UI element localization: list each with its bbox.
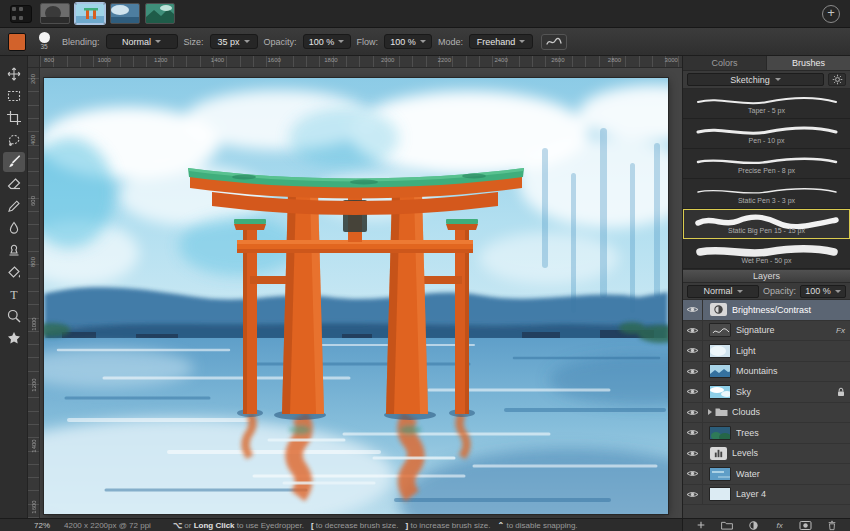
eraser-tool[interactable] bbox=[3, 174, 25, 194]
document-info: 4200 x 2200px @ 72 ppi bbox=[64, 521, 151, 530]
brush-item[interactable]: Pen - 10 px bbox=[683, 119, 850, 149]
eye-icon bbox=[686, 326, 699, 335]
brush-item[interactable]: Wet Pen - 50 px bbox=[683, 239, 850, 269]
move-icon bbox=[6, 66, 22, 82]
brush-item[interactable]: Precise Pen - 8 px bbox=[683, 149, 850, 179]
horizontal-ruler: 8001000120014001600180020002200240026002… bbox=[40, 56, 682, 68]
status-bar: 72% 4200 x 2200px @ 72 ppi ⌥ or Long Cli… bbox=[0, 518, 850, 531]
add-adjustment-button[interactable] bbox=[745, 519, 761, 531]
flood-fill-tool[interactable] bbox=[3, 262, 25, 282]
tab-brushes[interactable]: Brushes bbox=[767, 56, 850, 70]
context-toolbar: 35 Blending: Normal Size: 35 px Opacity:… bbox=[0, 28, 850, 56]
layer-opacity-field[interactable]: 100 % bbox=[800, 285, 846, 298]
clone-stamp-tool[interactable] bbox=[3, 240, 25, 260]
smudge-drop-icon bbox=[6, 220, 22, 236]
add-layer-button[interactable] bbox=[693, 519, 709, 531]
chevron-down-icon bbox=[775, 78, 781, 81]
canvas-painting[interactable] bbox=[44, 78, 668, 514]
brush-item[interactable]: Taper - 5 px bbox=[683, 89, 850, 119]
layer-row[interactable]: Mountains bbox=[683, 362, 850, 383]
chevron-down-icon bbox=[835, 290, 841, 293]
layer-row[interactable]: Levels bbox=[683, 444, 850, 465]
opacity-dropdown[interactable]: 100 % bbox=[303, 34, 351, 49]
brush-tip-preview[interactable]: 35 bbox=[32, 32, 56, 51]
eraser-icon bbox=[6, 176, 22, 192]
text-tool[interactable]: T bbox=[3, 284, 25, 304]
flow-dropdown[interactable]: 100 % bbox=[384, 34, 432, 49]
foreground-color-swatch[interactable] bbox=[8, 33, 26, 51]
chevron-down-icon bbox=[155, 40, 161, 43]
layer-visibility-toggle[interactable] bbox=[683, 464, 703, 484]
layer-visibility-toggle[interactable] bbox=[683, 321, 703, 341]
blending-dropdown[interactable]: Normal bbox=[106, 34, 178, 49]
layer-list: Brightness/Contrast Signature Fx Light bbox=[683, 300, 850, 518]
layer-visibility-toggle[interactable] bbox=[683, 382, 703, 402]
lock-icon bbox=[837, 387, 845, 397]
layer-row[interactable]: Sky bbox=[683, 382, 850, 403]
move-tool[interactable] bbox=[3, 64, 25, 84]
layer-fx-badge[interactable]: Fx bbox=[836, 326, 845, 335]
tab-colors[interactable]: Colors bbox=[683, 56, 767, 70]
flow-label: Flow: bbox=[357, 37, 379, 47]
new-document-button[interactable]: + bbox=[822, 5, 840, 23]
brush-category-row: Sketching bbox=[683, 71, 850, 89]
delete-layer-button[interactable] bbox=[824, 519, 840, 531]
layer-visibility-toggle[interactable] bbox=[683, 341, 703, 361]
layer-row[interactable]: Trees bbox=[683, 423, 850, 444]
layer-thumbnail bbox=[709, 323, 731, 337]
brush-panel-settings-button[interactable] bbox=[828, 73, 846, 86]
brush-tip-circle-icon bbox=[39, 32, 50, 43]
adjustment-layer-icon bbox=[710, 303, 727, 316]
studio-tabs: Colors Brushes bbox=[683, 56, 850, 71]
eye-icon bbox=[686, 367, 699, 376]
layer-effects-button[interactable]: fx bbox=[772, 519, 788, 531]
paint-brush-tool[interactable] bbox=[3, 152, 25, 172]
layer-visibility-toggle[interactable] bbox=[683, 485, 703, 505]
favorites-tool[interactable] bbox=[3, 328, 25, 348]
layer-visibility-toggle[interactable] bbox=[683, 362, 703, 382]
layer-blend-mode-dropdown[interactable]: Normal bbox=[687, 285, 759, 298]
layer-row-selected[interactable]: Brightness/Contrast bbox=[683, 300, 850, 321]
layer-visibility-toggle[interactable] bbox=[683, 423, 703, 443]
layer-row-group[interactable]: Clouds bbox=[683, 403, 850, 424]
layer-row[interactable]: Layer 4 bbox=[683, 485, 850, 506]
size-dropdown[interactable]: 35 px bbox=[210, 34, 258, 49]
smudge-tool[interactable] bbox=[3, 218, 25, 238]
layer-row[interactable]: Signature Fx bbox=[683, 321, 850, 342]
trash-icon bbox=[827, 520, 837, 531]
mask-icon bbox=[799, 520, 812, 531]
stabilizer-button[interactable] bbox=[541, 34, 567, 50]
brush-item[interactable]: Static Pen 3 - 3 px bbox=[683, 179, 850, 209]
size-label: Size: bbox=[184, 37, 204, 47]
eye-icon bbox=[686, 408, 699, 417]
document-thumbnail[interactable] bbox=[110, 3, 140, 24]
document-thumbnail[interactable] bbox=[145, 3, 175, 24]
zoom-level: 72% bbox=[34, 521, 50, 530]
pencil-tool[interactable] bbox=[3, 196, 25, 216]
crop-tool[interactable] bbox=[3, 108, 25, 128]
star-icon bbox=[6, 330, 22, 346]
layer-thumbnail bbox=[709, 385, 731, 399]
marquee-tool[interactable] bbox=[3, 86, 25, 106]
layer-row[interactable]: Water bbox=[683, 464, 850, 485]
brush-category-dropdown[interactable]: Sketching bbox=[687, 73, 824, 86]
mode-dropdown[interactable]: Freehand bbox=[469, 34, 533, 49]
layer-visibility-toggle[interactable] bbox=[683, 300, 703, 320]
layer-visibility-toggle[interactable] bbox=[683, 444, 703, 464]
brush-item-selected[interactable]: Static Big Pen 15 - 15 px bbox=[683, 209, 850, 239]
layer-visibility-toggle[interactable] bbox=[683, 403, 703, 423]
document-thumbnail-active[interactable] bbox=[75, 3, 105, 24]
disclosure-arrow-icon[interactable] bbox=[708, 409, 712, 415]
selection-brush-tool[interactable] bbox=[3, 130, 25, 150]
adjustment-layer-icon bbox=[710, 447, 727, 460]
app-window: + 35 Blending: Normal Size: 35 px Opacit… bbox=[0, 0, 850, 531]
eye-icon bbox=[686, 346, 699, 355]
shortcut-hints: ⌥ or Long Click to use Eyedropper. [ to … bbox=[173, 521, 585, 530]
eye-icon bbox=[686, 490, 699, 499]
app-grid-icon[interactable] bbox=[10, 5, 32, 23]
add-group-button[interactable] bbox=[719, 519, 735, 531]
zoom-tool[interactable] bbox=[3, 306, 25, 326]
add-mask-button[interactable] bbox=[798, 519, 814, 531]
document-thumbnail[interactable] bbox=[40, 3, 70, 24]
layer-row[interactable]: Light bbox=[683, 341, 850, 362]
